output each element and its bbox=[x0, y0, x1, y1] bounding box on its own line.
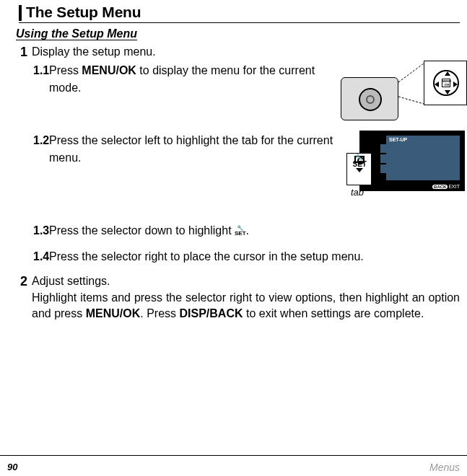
dpad-right-icon bbox=[453, 81, 458, 87]
camera-body-icon bbox=[341, 77, 398, 120]
keyword-disp-back: DISP/BACK bbox=[180, 307, 243, 319]
step-2-para-b: to exit when settings are complete. bbox=[243, 307, 424, 319]
substep-1-1-text: Press MENU/OK to display the menu for th… bbox=[49, 62, 333, 97]
screen-tab-3-icon bbox=[380, 164, 386, 173]
tab-caption: tab bbox=[351, 187, 364, 198]
step-2-mid: . Press bbox=[140, 307, 179, 319]
step-1: 1 Display the setup menu. bbox=[16, 43, 460, 61]
screen-tab-2-icon bbox=[380, 154, 386, 163]
dpad-callout: MENU /OK bbox=[424, 61, 467, 105]
page-footer: 90 Menus bbox=[0, 455, 467, 473]
step-2-number: 2 bbox=[16, 273, 27, 290]
substep-1-3-post: . bbox=[246, 224, 249, 237]
down-triangle-icon bbox=[356, 168, 363, 172]
substep-1-4-number: 1.4 bbox=[33, 248, 49, 265]
screen-tabs-icon bbox=[380, 144, 386, 175]
substep-1-3-text: Press the selector down to highlight 🔧SE… bbox=[49, 222, 460, 239]
keyword-menu-ok-2: MENU/OK bbox=[86, 307, 141, 319]
page-number: 90 bbox=[7, 462, 17, 473]
step-2-title: Adjust settings. bbox=[32, 273, 460, 290]
screen-body-icon bbox=[386, 144, 460, 180]
back-pill: BACK bbox=[432, 185, 448, 189]
screen-exit-label: BACKEXIT bbox=[432, 184, 460, 189]
substep-1-3: 1.3 Press the selector down to highlight… bbox=[33, 222, 460, 239]
substep-1-1-number: 1.1 bbox=[33, 62, 49, 79]
step-1-title: Display the setup menu. bbox=[32, 43, 460, 61]
substep-1-2-text: Press the selector left to highlight the… bbox=[49, 132, 333, 167]
dpad-left-icon bbox=[435, 81, 439, 87]
callout-lines-icon bbox=[398, 61, 424, 110]
camera-inner-icon bbox=[366, 95, 375, 104]
substep-1-3-pre: Press the selector down to highlight bbox=[49, 224, 235, 237]
screen-tab-1-icon bbox=[380, 144, 386, 153]
dpad-up-icon bbox=[445, 71, 450, 76]
substep-1-2-row: 1.2 Press the selector left to highlight… bbox=[33, 131, 460, 213]
subheading: Using the Setup Menu bbox=[16, 27, 460, 40]
dpad-icon: MENU /OK bbox=[433, 70, 459, 96]
substep-1-4-text: Press the selector right to place the cu… bbox=[49, 248, 460, 265]
screen-illustration: SET-UP BACKEXIT 🔧 bbox=[341, 131, 465, 213]
step-1-number: 1 bbox=[16, 43, 27, 61]
set-inline-label: SET bbox=[235, 230, 246, 237]
set-tab-icon: 🔧 SET bbox=[353, 154, 366, 167]
dpad-down-icon bbox=[445, 90, 450, 94]
step-2-paragraph: Highlight items and press the selector r… bbox=[32, 290, 460, 322]
screen-titlebar: SET-UP bbox=[386, 136, 460, 144]
substep-1-4: 1.4 Press the selector right to place th… bbox=[33, 248, 460, 265]
section-header: The Setup Menu bbox=[19, 4, 460, 23]
svg-line-1 bbox=[398, 97, 424, 104]
substep-1-1-row: 1.1 Press MENU/OK to display the menu fo… bbox=[33, 61, 460, 122]
step-2: 2 Adjust settings. bbox=[16, 273, 460, 290]
footer-category: Menus bbox=[429, 462, 460, 473]
set-label: SET bbox=[353, 160, 367, 168]
dpad-center-label: MENU /OK bbox=[442, 79, 451, 87]
keyword-menu-ok: MENU/OK bbox=[82, 64, 136, 76]
exit-text: EXIT bbox=[448, 184, 460, 189]
substep-1-3-number: 1.3 bbox=[33, 222, 49, 239]
tab-callout-box: 🔧 SET bbox=[346, 153, 372, 185]
camera-screen-icon: SET-UP BACKEXIT bbox=[359, 131, 465, 191]
svg-line-0 bbox=[398, 63, 424, 82]
camera-illustration: MENU /OK bbox=[341, 61, 467, 122]
set-inline-icon: 🔧SET bbox=[235, 226, 246, 236]
header-accent-bar bbox=[19, 5, 22, 21]
substep-1-2-number: 1.2 bbox=[33, 132, 49, 149]
substep-1-1-pre: Press bbox=[49, 64, 82, 76]
section-title: The Setup Menu bbox=[26, 4, 141, 21]
camera-lens-icon bbox=[359, 88, 382, 111]
